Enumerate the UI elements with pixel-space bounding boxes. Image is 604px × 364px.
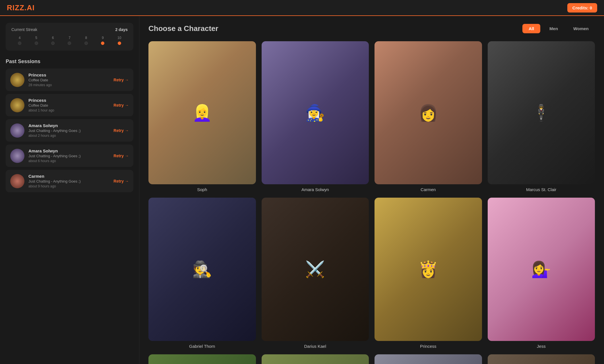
session-name: Princess — [28, 98, 109, 103]
character-card[interactable]: 🧙‍♀️ Amara Solwyn — [262, 41, 369, 192]
streak-value: 2 days — [115, 27, 128, 32]
retry-button[interactable]: Retry → — [113, 103, 129, 107]
session-scenario: Just Chatting - Anything Goes ;) — [28, 129, 109, 133]
session-card[interactable]: Princess Coffee Date 28 minutes ago Retr… — [6, 69, 133, 91]
session-avatar — [10, 123, 24, 138]
character-name: Soph — [197, 187, 207, 192]
main-layout: Current Streak 2 days 4 5 6 7 8 9 10 Pas… — [0, 16, 604, 364]
streak-card: Current Streak 2 days 4 5 6 7 8 9 10 — [6, 23, 133, 51]
page-title: Choose a Character — [148, 24, 218, 33]
character-image: 🛡️ — [262, 354, 369, 364]
character-image: 🕵️ — [148, 198, 256, 341]
session-card[interactable]: Princess Coffee Date about 1 hour ago Re… — [6, 94, 133, 116]
session-scenario: Just Chatting - Anything Goes ;) — [28, 154, 109, 158]
streak-day: 4 — [11, 36, 28, 45]
streak-day-num: 4 — [19, 36, 21, 40]
character-image: 🧙‍♀️ — [262, 41, 369, 184]
character-card[interactable]: 🛡️ Alaric Lioren — [262, 354, 369, 364]
character-card[interactable]: 👩 Carmen — [375, 41, 482, 192]
sidebar: Current Streak 2 days 4 5 6 7 8 9 10 Pas… — [0, 16, 139, 364]
streak-day: 5 — [28, 36, 44, 45]
character-image: 👱‍♀️ — [148, 41, 256, 184]
retry-button[interactable]: Retry → — [113, 128, 129, 133]
streak-day: 9 — [94, 36, 111, 45]
character-card[interactable]: ⚔️ Darius Kael — [262, 198, 369, 348]
filter-button-all[interactable]: All — [522, 24, 540, 33]
session-avatar — [10, 73, 24, 87]
session-name: Amara Solwyn — [28, 148, 109, 153]
session-time: about 9 hours ago — [28, 184, 109, 188]
character-card[interactable]: 🕴️ Marcus St. Clair — [488, 41, 595, 192]
character-card[interactable]: 🕵️ Gabriel Thorn — [148, 198, 256, 348]
session-info: Princess Coffee Date about 1 hour ago — [28, 98, 109, 112]
streak-day-num: 7 — [69, 36, 71, 40]
past-sessions-title: Past Sessions — [6, 59, 133, 65]
session-card[interactable]: Amara Solwyn Just Chatting - Anything Go… — [6, 119, 133, 142]
character-image: 🧑‍💼 — [375, 354, 482, 364]
character-name: Jess — [537, 344, 546, 349]
session-scenario: Coffee Date — [28, 103, 109, 107]
session-info: Carmen Just Chatting - Anything Goes ;) … — [28, 174, 109, 188]
character-card[interactable]: ☕ Ethan Solace — [488, 354, 595, 364]
retry-button[interactable]: Retry → — [113, 179, 129, 183]
streak-dot — [35, 42, 38, 45]
character-card[interactable]: 🎭 Elias Vayne — [148, 354, 256, 364]
content-header: Choose a Character AllMenWomen — [148, 24, 595, 33]
filter-button-women[interactable]: Women — [567, 24, 595, 33]
session-name: Carmen — [28, 174, 109, 179]
character-image: 🕴️ — [488, 41, 595, 184]
main-content: Choose a Character AllMenWomen 👱‍♀️ Soph… — [139, 16, 604, 364]
streak-dots: 4 5 6 7 8 9 10 — [11, 36, 128, 45]
session-info: Princess Coffee Date 28 minutes ago — [28, 73, 109, 87]
session-avatar — [10, 98, 24, 112]
character-card[interactable]: 💁‍♀️ Jess — [488, 198, 595, 348]
logo: RIZZ.AI — [7, 3, 35, 12]
streak-dot — [118, 42, 121, 45]
streak-dot — [68, 42, 71, 45]
character-name: Darius Kael — [304, 344, 326, 349]
character-grid: 👱‍♀️ Soph 🧙‍♀️ Amara Solwyn 👩 Carmen 🕴️ … — [148, 41, 595, 364]
character-card[interactable]: 🧑‍💼 Christian — [375, 354, 482, 364]
streak-day-num: 6 — [52, 36, 54, 40]
streak-day-num: 5 — [35, 36, 37, 40]
session-card[interactable]: Amara Solwyn Just Chatting - Anything Go… — [6, 144, 133, 167]
character-name: Amara Solwyn — [301, 187, 329, 192]
retry-button[interactable]: Retry → — [113, 154, 129, 158]
retry-button[interactable]: Retry → — [113, 78, 129, 82]
streak-top: Current Streak 2 days — [11, 27, 128, 32]
character-card[interactable]: 👸 Princess — [375, 198, 482, 348]
character-image: ⚔️ — [262, 198, 369, 341]
streak-dot — [101, 42, 104, 45]
streak-day-num: 9 — [102, 36, 104, 40]
streak-label: Current Streak — [11, 27, 37, 32]
character-name: Carmen — [421, 187, 436, 192]
character-image: 👸 — [375, 198, 482, 341]
session-scenario: Just Chatting - Anything Goes ;) — [28, 179, 109, 183]
session-time: 28 minutes ago — [28, 83, 109, 87]
streak-day: 10 — [111, 36, 128, 45]
character-image: 👩 — [375, 41, 482, 184]
session-info: Amara Solwyn Just Chatting - Anything Go… — [28, 148, 109, 163]
character-name: Marcus St. Clair — [526, 187, 557, 192]
session-card[interactable]: Carmen Just Chatting - Anything Goes ;) … — [6, 170, 133, 192]
session-avatar — [10, 174, 24, 188]
streak-day-num: 8 — [85, 36, 87, 40]
session-scenario: Coffee Date — [28, 78, 109, 82]
character-image: 🎭 — [148, 354, 256, 364]
character-name: Gabriel Thorn — [189, 344, 215, 349]
streak-day-num: 10 — [117, 36, 121, 40]
filter-button-men[interactable]: Men — [543, 24, 564, 33]
streak-day: 6 — [45, 36, 61, 45]
session-avatar — [10, 149, 24, 163]
session-time: about 1 hour ago — [28, 108, 109, 112]
session-name: Princess — [28, 73, 109, 77]
character-card[interactable]: 👱‍♀️ Soph — [148, 41, 256, 192]
credits-button[interactable]: Credits: 0 — [567, 3, 597, 13]
character-image: 💁‍♀️ — [488, 198, 595, 341]
session-time: about 6 hours ago — [28, 159, 109, 163]
session-time: about 2 hours ago — [28, 134, 109, 138]
filter-buttons: AllMenWomen — [522, 24, 595, 33]
streak-day: 8 — [78, 36, 94, 45]
app-header: RIZZ.AI Credits: 0 — [0, 0, 604, 16]
streak-dot — [84, 42, 88, 45]
